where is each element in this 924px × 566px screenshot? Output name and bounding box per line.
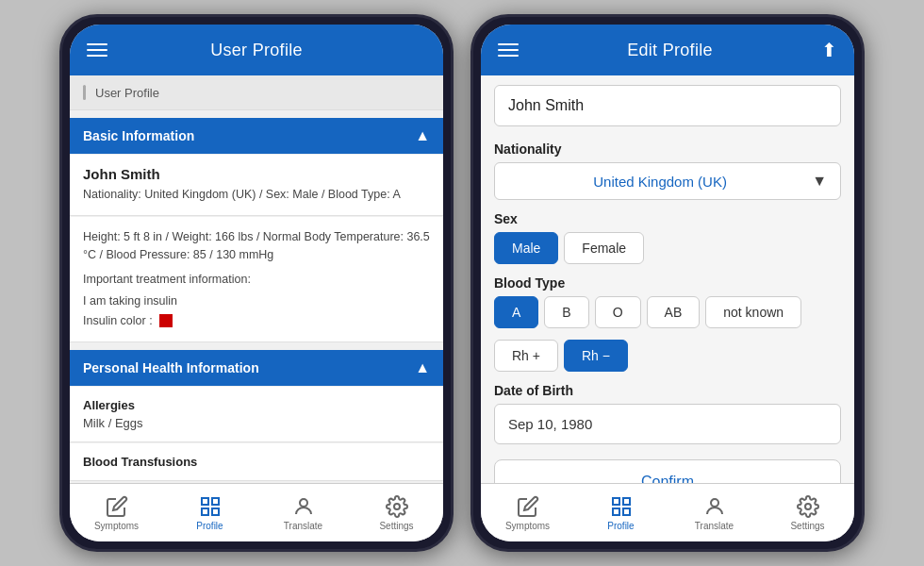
insulin-color-row: Insulin color : <box>83 312 430 330</box>
sex-label: Sex <box>494 211 841 226</box>
health-info-header[interactable]: Personal Health Information ▲ <box>70 350 443 386</box>
svg-rect-8 <box>613 508 619 515</box>
edit-gear-icon <box>797 495 819 518</box>
insulin-color-swatch <box>159 314 173 327</box>
nav-label-symptoms: Symptoms <box>94 521 139 531</box>
user-name-card: John Smith Nationality: United Kingdom (… <box>70 155 443 216</box>
treatment-label: Important treatment information: <box>83 271 430 289</box>
nav-label-settings: Settings <box>379 521 413 531</box>
confirm-button[interactable]: Confirm <box>494 459 841 483</box>
nav-item-symptoms[interactable]: Symptoms <box>70 484 163 541</box>
header-bar: User Profile <box>70 25 443 75</box>
user-vitals: Height: 5 ft 8 in / Weight: 166 lbs / No… <box>83 228 430 264</box>
nav-item-settings[interactable]: Settings <box>350 484 443 541</box>
edit-header-title: Edit Profile <box>627 41 713 60</box>
edit-nav-item-translate[interactable]: Translate <box>668 484 761 541</box>
breadcrumb: User Profile <box>70 75 443 110</box>
edit-nav-label-symptoms: Symptoms <box>505 521 550 531</box>
nationality-label: Nationality <box>494 142 841 157</box>
sex-male-button[interactable]: Male <box>494 232 558 264</box>
rh-minus-button[interactable]: Rh − <box>564 340 628 372</box>
blood-type-b-button[interactable]: B <box>544 296 588 328</box>
blood-type-o-button[interactable]: O <box>595 296 641 328</box>
name-input[interactable] <box>494 85 841 126</box>
gear-icon <box>386 495 408 518</box>
header-title: User Profile <box>210 41 303 60</box>
edit-pencil-icon <box>517 495 539 518</box>
edit-nav-label-settings: Settings <box>790 521 824 531</box>
profile-icon <box>199 495 222 518</box>
nav-label-translate: Translate <box>284 521 322 531</box>
blood-type-toggle-group: A B O AB not known <box>494 296 841 328</box>
profile-content: Basic Information ▲ John Smith Nationali… <box>70 110 443 483</box>
pencil-icon <box>106 495 128 518</box>
treatment-text: I am taking insulin <box>83 292 430 310</box>
svg-rect-1 <box>212 498 219 505</box>
svg-point-11 <box>805 504 811 509</box>
svg-point-10 <box>711 499 718 507</box>
menu-button[interactable] <box>87 43 107 57</box>
edit-nav-label-translate: Translate <box>695 521 734 531</box>
edit-profile-icon <box>610 495 633 518</box>
svg-point-5 <box>394 504 400 509</box>
breadcrumb-divider <box>83 85 86 100</box>
nationality-select[interactable]: United Kingdom (UK) ▼ <box>494 162 841 200</box>
svg-rect-6 <box>613 498 619 505</box>
chevron-up-icon-2: ▲ <box>415 359 430 376</box>
blood-type-unknown-button[interactable]: not known <box>705 296 801 328</box>
blood-type-ab-button[interactable]: AB <box>647 296 701 328</box>
svg-rect-3 <box>212 508 219 515</box>
edit-bottom-nav: Symptoms Profile Translate <box>481 483 854 541</box>
nav-item-profile[interactable]: Profile <box>163 484 256 541</box>
allergies-card: Allergies Milk / Eggs <box>70 387 443 442</box>
user-details: Nationality: United Kingdom (UK) / Sex: … <box>83 186 430 204</box>
user-name: John Smith <box>83 166 430 182</box>
edit-header-bar: Edit Profile ⬆ <box>481 25 854 75</box>
user-vitals-card: Height: 5 ft 8 in / Weight: 166 lbs / No… <box>70 217 443 342</box>
rh-toggle-group: Rh + Rh − <box>494 340 841 372</box>
edit-nav-label-profile: Profile <box>607 521 634 531</box>
svg-point-4 <box>300 499 307 507</box>
dob-label: Date of Birth <box>494 383 841 398</box>
svg-rect-9 <box>623 508 630 515</box>
blood-type-label: Blood Type <box>494 275 841 291</box>
svg-rect-0 <box>202 498 208 505</box>
phone-user-profile: User Profile User Profile Basic Informat… <box>59 14 454 552</box>
nav-item-translate[interactable]: Translate <box>256 484 350 541</box>
dob-input[interactable] <box>494 404 841 444</box>
svg-rect-7 <box>623 498 630 505</box>
phone-edit-profile: Edit Profile ⬆ Nationality United Kingdo… <box>470 14 865 552</box>
nav-label-profile: Profile <box>196 521 223 531</box>
basic-info-header[interactable]: Basic Information ▲ <box>70 118 443 154</box>
svg-rect-2 <box>202 508 208 515</box>
edit-menu-button[interactable] <box>498 43 519 57</box>
rh-plus-button[interactable]: Rh + <box>494 340 558 372</box>
nationality-value: United Kingdom (UK) <box>508 174 812 190</box>
transfusions-card: Blood Transfusions <box>70 443 443 481</box>
sex-toggle-group: Male Female <box>494 232 841 264</box>
edit-nav-item-symptoms[interactable]: Symptoms <box>481 484 574 541</box>
sex-female-button[interactable]: Female <box>564 232 644 264</box>
chevron-up-icon: ▲ <box>415 127 430 144</box>
edit-person-icon <box>703 495 726 518</box>
person-icon <box>292 495 315 518</box>
blood-type-a-button[interactable]: A <box>494 296 538 328</box>
edit-content: Nationality United Kingdom (UK) ▼ Sex Ma… <box>481 75 854 483</box>
dropdown-arrow-icon: ▼ <box>812 173 827 190</box>
bottom-nav: Symptoms Profile Translate <box>70 483 443 541</box>
edit-nav-item-settings[interactable]: Settings <box>761 484 854 541</box>
upload-icon[interactable]: ⬆ <box>821 39 837 61</box>
edit-nav-item-profile[interactable]: Profile <box>574 484 668 541</box>
